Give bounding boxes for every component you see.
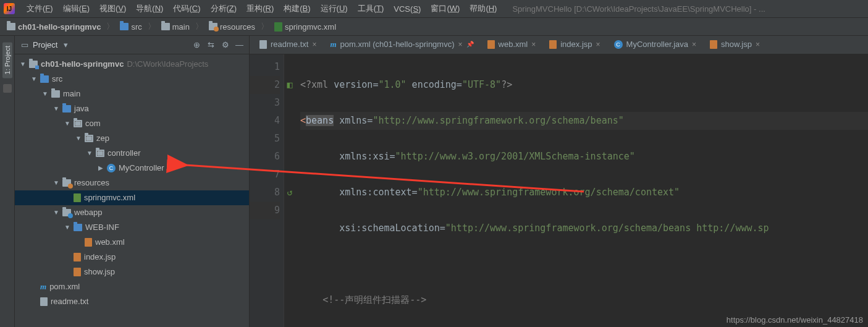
xml-file-icon bbox=[487, 40, 495, 49]
tab-pom[interactable]: m pom.xml (ch01-hello-springmvc) × 📌 bbox=[324, 36, 479, 54]
gutter-bean-icon[interactable]: ◧ bbox=[284, 76, 295, 94]
tree-arrow-icon[interactable] bbox=[53, 101, 59, 116]
editor-body[interactable]: 123456789 ◧ ↺ <?xml version="1.0" encodi… bbox=[250, 54, 868, 327]
jsp-file-icon bbox=[710, 40, 717, 49]
breadcrumb-file[interactable]: springmvc.xml bbox=[272, 22, 338, 32]
code-text bbox=[334, 115, 339, 126]
toolwindow-button-structure-icon[interactable] bbox=[3, 84, 12, 93]
code-text: beans bbox=[306, 115, 334, 126]
menu-run[interactable]: 运行(U) bbox=[316, 2, 352, 15]
tree-arrow-icon[interactable] bbox=[53, 205, 59, 220]
tab-indexjsp[interactable]: index.jsp × bbox=[543, 36, 606, 54]
tree-arrow-icon[interactable] bbox=[75, 131, 82, 146]
tree-row[interactable]: mpom.xml bbox=[15, 279, 249, 294]
menu-help[interactable]: 帮助(H) bbox=[465, 2, 501, 15]
close-icon[interactable]: × bbox=[596, 40, 600, 49]
line-number: 7 bbox=[250, 166, 280, 184]
menu-code[interactable]: 代码(C) bbox=[169, 2, 204, 15]
text-file-icon bbox=[40, 297, 48, 306]
tree-row[interactable]: ch01-hello-springmvc D:\CWork\IdeaProjec… bbox=[15, 57, 249, 72]
tree-row[interactable]: controller bbox=[15, 146, 249, 161]
breadcrumb-main[interactable]: main bbox=[159, 22, 192, 32]
tree-row[interactable]: CMyController bbox=[15, 161, 249, 176]
code-text: "http://www.springframework.org/schema/b… bbox=[373, 115, 623, 126]
menu-refactor[interactable]: 重构(R) bbox=[242, 2, 278, 15]
tree-row[interactable]: zep bbox=[15, 131, 249, 146]
menu-edit[interactable]: 编辑(E) bbox=[59, 2, 94, 15]
menu-file[interactable]: 文件(F) bbox=[22, 2, 57, 15]
code-text: "http://www.springframework.org/schema/c… bbox=[418, 187, 680, 198]
chevron-right-icon: 〉 bbox=[105, 21, 116, 32]
close-icon[interactable]: × bbox=[458, 40, 463, 49]
tree-row[interactable]: webapp bbox=[15, 205, 249, 220]
tree-row[interactable]: index.jsp bbox=[15, 250, 249, 265]
line-number: 9 bbox=[250, 202, 280, 219]
tree-row[interactable]: java bbox=[15, 101, 249, 116]
menu-vcs[interactable]: VCS(S) bbox=[389, 3, 425, 15]
tree-row[interactable]: show.jsp bbox=[15, 265, 249, 279]
code-text: <!--声明组件扫描器--> bbox=[322, 294, 426, 305]
breadcrumb-bar: ch01-hello-springmvc 〉 src 〉 main 〉 reso… bbox=[0, 17, 868, 36]
close-icon[interactable]: × bbox=[756, 40, 760, 49]
chevron-down-icon[interactable]: ▾ bbox=[61, 40, 70, 49]
tree-row[interactable]: resources bbox=[15, 176, 249, 190]
menu-bar: IJ 文件(F) 编辑(E) 视图(V) 导航(N) 代码(C) 分析(Z) 重… bbox=[0, 0, 868, 17]
menu-window[interactable]: 窗口(W) bbox=[426, 2, 464, 15]
toolwindow-button-project[interactable]: 1: Project bbox=[2, 42, 12, 78]
tab-label: MyController.java bbox=[626, 40, 688, 49]
gutter-nav-icon[interactable]: ↺ bbox=[284, 184, 295, 202]
tree-label: ch01-hello-springmvc bbox=[41, 57, 124, 72]
tree-arrow-icon[interactable] bbox=[20, 57, 26, 72]
tree-arrow-icon[interactable] bbox=[42, 87, 48, 101]
tree-row[interactable]: main bbox=[15, 87, 249, 101]
project-tree[interactable]: ch01-hello-springmvc D:\CWork\IdeaProjec… bbox=[15, 54, 249, 327]
breadcrumb-resources[interactable]: resources bbox=[207, 22, 257, 32]
breadcrumb-src[interactable]: src bbox=[118, 22, 143, 32]
tree-row[interactable]: com bbox=[15, 116, 249, 131]
menu-tools[interactable]: 工具(T) bbox=[353, 2, 389, 15]
hide-icon[interactable]: — bbox=[235, 40, 244, 49]
tree-arrow-icon[interactable] bbox=[64, 116, 70, 131]
module-icon bbox=[7, 23, 15, 30]
tree-label: zep bbox=[96, 131, 109, 146]
tab-label: readme.txt bbox=[271, 40, 308, 49]
line-number: 2 bbox=[250, 76, 280, 94]
tree-arrow-icon[interactable] bbox=[31, 72, 37, 87]
collapse-icon[interactable]: ⇆ bbox=[206, 40, 216, 49]
tree-arrow-icon[interactable] bbox=[86, 146, 93, 161]
tree-arrow-icon[interactable] bbox=[53, 176, 59, 190]
pin-icon[interactable]: 📌 bbox=[466, 41, 474, 48]
tree-row[interactable]: springmvc.xml bbox=[15, 190, 249, 205]
code-area[interactable]: <?xml version="1.0" encoding="UTF-8"?> <… bbox=[295, 54, 868, 327]
tree-arrow-icon[interactable] bbox=[98, 161, 104, 176]
tree-label: pom.xml bbox=[49, 279, 80, 294]
app-logo-icon: IJ bbox=[4, 3, 15, 14]
tree-arrow-icon[interactable] bbox=[64, 220, 70, 235]
tab-showjsp[interactable]: show.jsp × bbox=[704, 36, 766, 54]
close-icon[interactable]: × bbox=[531, 40, 536, 49]
tree-row[interactable]: WEB-INF bbox=[15, 220, 249, 235]
menu-build[interactable]: 构建(B) bbox=[279, 2, 314, 15]
close-icon[interactable]: × bbox=[692, 40, 696, 49]
package-icon bbox=[74, 120, 82, 127]
close-icon[interactable]: × bbox=[312, 40, 316, 49]
tree-label: resources bbox=[74, 176, 109, 190]
tree-row[interactable]: readme.txt bbox=[15, 294, 249, 309]
tab-webxml[interactable]: web.xml × bbox=[481, 36, 542, 54]
tree-row[interactable]: web.xml bbox=[15, 235, 249, 250]
code-text: encoding= bbox=[407, 79, 462, 90]
tab-mycontroller[interactable]: C MyController.java × bbox=[608, 36, 702, 54]
code-text: "1.0" bbox=[378, 79, 406, 90]
line-number: 1 bbox=[250, 58, 280, 76]
folder-icon bbox=[51, 90, 60, 98]
menu-view[interactable]: 视图(V) bbox=[95, 2, 130, 15]
tree-row[interactable]: src bbox=[15, 72, 249, 87]
breadcrumb-module[interactable]: ch01-hello-springmvc bbox=[5, 22, 103, 32]
code-text: "http://www.springframework.org/schema/b… bbox=[445, 223, 769, 234]
gear-icon[interactable]: ⚙ bbox=[221, 40, 230, 49]
code-text: <?xml bbox=[300, 79, 334, 90]
tab-readme[interactable]: readme.txt × bbox=[253, 36, 322, 54]
locate-icon[interactable]: ⊕ bbox=[192, 40, 201, 49]
menu-navigate[interactable]: 导航(N) bbox=[132, 2, 167, 15]
menu-analyze[interactable]: 分析(Z) bbox=[206, 2, 242, 15]
